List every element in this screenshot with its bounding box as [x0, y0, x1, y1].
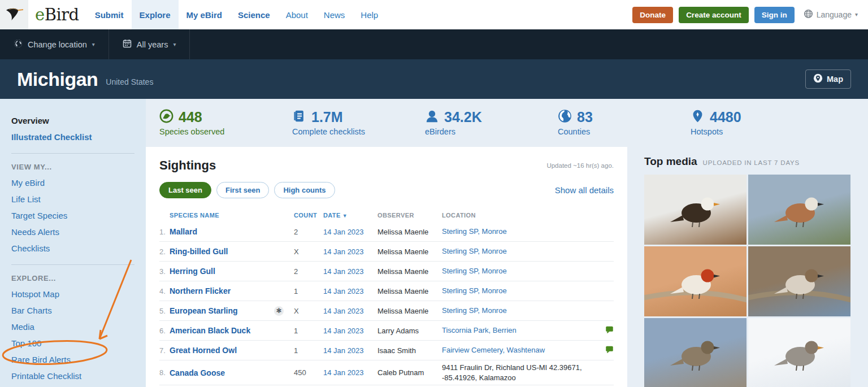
- boreal-chickadee-photo[interactable]: [748, 246, 850, 316]
- nav-item-science[interactable]: Science: [230, 0, 278, 29]
- stat-hotspots: 4480Hotspots: [691, 109, 823, 144]
- page-subtitle: United States: [106, 77, 153, 86]
- date-link[interactable]: 14 Jan 2023: [323, 307, 377, 315]
- sidebar-item-needs-alerts[interactable]: Needs Alerts: [11, 224, 146, 240]
- sidebar-item-target-species[interactable]: Target Species: [11, 207, 146, 224]
- table-row: 5.European Starling✱X14 Jan 2023Melissa …: [159, 301, 614, 321]
- table-row: 2.Ring-billed GullX14 Jan 2023Melissa Ma…: [159, 242, 614, 262]
- stat-value: 83: [577, 109, 593, 125]
- tab-last-seen[interactable]: Last seen: [159, 182, 211, 198]
- hummingbird-icon: [5, 5, 24, 24]
- nav-item-explore[interactable]: Explore: [132, 0, 179, 29]
- stat-label[interactable]: Counties: [558, 127, 691, 136]
- change-location-dropdown[interactable]: Change location ▾: [0, 29, 109, 59]
- sidebar-item-illustrated-checklist[interactable]: Illustrated Checklist: [11, 129, 146, 145]
- sidebar-item-my-ebird[interactable]: My eBird: [11, 175, 146, 191]
- date-link[interactable]: 14 Jan 2023: [323, 327, 377, 335]
- donate-button[interactable]: Donate: [632, 7, 673, 23]
- sidebar-item-media[interactable]: Media: [11, 319, 146, 335]
- date-link[interactable]: 14 Jan 2023: [323, 346, 377, 355]
- location-link[interactable]: Sterling SP, Monroe: [442, 224, 598, 239]
- nav-item-news[interactable]: News: [316, 0, 353, 29]
- stat-label[interactable]: eBirders: [425, 127, 558, 136]
- table-header-row: SPECIES NAMECOUNTDATE▼OBSERVERLOCATION: [159, 208, 614, 222]
- stat-value: 4480: [710, 109, 741, 125]
- chevron-down-icon: ▾: [855, 12, 858, 18]
- date-link[interactable]: 14 Jan 2023: [323, 247, 377, 256]
- language-label: Language: [817, 10, 852, 19]
- table-row: 7.Great Horned Owl114 Jan 2023Isaac Smit…: [159, 341, 614, 360]
- location-link[interactable]: Sterling SP, Monroe: [442, 284, 598, 298]
- filter-bar: Change location ▾ All years ▾: [0, 29, 868, 59]
- sign-in-button[interactable]: Sign in: [754, 7, 795, 23]
- date-link[interactable]: 14 Jan 2023: [323, 228, 377, 236]
- date-link[interactable]: 14 Jan 2023: [323, 368, 377, 377]
- sidebar-item-bar-charts[interactable]: Bar Charts: [11, 302, 146, 319]
- nav-item-about[interactable]: About: [278, 0, 316, 29]
- show-all-details-link[interactable]: Show all details: [555, 185, 614, 195]
- column-header-count[interactable]: COUNT: [289, 212, 323, 219]
- sidebar-item-rare-bird-alerts[interactable]: Rare Bird Alerts: [11, 351, 146, 368]
- sidebar-item-life-list[interactable]: Life List: [11, 191, 146, 207]
- date-range-dropdown[interactable]: All years ▾: [109, 29, 190, 59]
- sightings-table: SPECIES NAMECOUNTDATE▼OBSERVERLOCATION1.…: [159, 208, 614, 385]
- sidebar-item-printable-checklist[interactable]: Printable Checklist: [11, 368, 146, 384]
- chevron-down-icon: ▾: [92, 42, 95, 47]
- date-link[interactable]: 14 Jan 2023: [323, 287, 377, 295]
- sidebar-item-overview[interactable]: Overview: [11, 112, 146, 129]
- tab-high-counts[interactable]: High counts: [274, 182, 335, 198]
- create-account-button[interactable]: Create account: [679, 7, 749, 23]
- species-link-american-black-duck[interactable]: American Black Duck: [170, 326, 250, 335]
- sidebar-heading-view-my: VIEW MY...: [11, 160, 146, 175]
- stat-label[interactable]: Hotspots: [691, 127, 823, 136]
- location-link[interactable]: Sterling SP, Monroe: [442, 244, 598, 259]
- sparrow-on-snow-photo[interactable]: [748, 318, 850, 387]
- observer-name: Melissa Maenle: [377, 267, 442, 276]
- location-link[interactable]: Tiscornia Park, Berrien: [442, 323, 598, 338]
- sidebar-divider: [11, 264, 134, 265]
- observer-name: Melissa Maenle: [377, 228, 442, 236]
- location-link[interactable]: Fairview Cemetery, Washtenaw: [442, 343, 598, 358]
- species-link-canada-goose[interactable]: Canada Goose: [170, 368, 225, 377]
- sidebar-item-hotspot-map[interactable]: Hotspot Map: [11, 286, 146, 302]
- column-header-species-name[interactable]: SPECIES NAME: [159, 212, 289, 219]
- row-number: 1.: [159, 228, 170, 236]
- exotic-species-icon: ✱: [274, 306, 284, 316]
- location-link[interactable]: Sterling SP, Monroe: [442, 303, 598, 318]
- tab-first-seen[interactable]: First seen: [216, 182, 269, 198]
- location-link[interactable]: Sterling SP, Monroe: [442, 264, 598, 279]
- species-link-northern-flicker[interactable]: Northern Flicker: [170, 286, 231, 295]
- nav-item-submit[interactable]: Submit: [87, 0, 132, 29]
- count-value: 1: [289, 287, 323, 295]
- sightings-card: Sightings Updated ~16 hr(s) ago. Last se…: [146, 147, 627, 387]
- column-header-date[interactable]: DATE▼: [323, 212, 377, 219]
- species-link-herring-gull[interactable]: Herring Gull: [170, 267, 215, 276]
- chickadee-branch-photo[interactable]: [748, 175, 850, 245]
- observer-name: Melissa Maenle: [377, 287, 442, 295]
- nav-item-my-ebird[interactable]: My eBird: [179, 0, 230, 29]
- species-link-mallard[interactable]: Mallard: [170, 227, 197, 236]
- stat-label[interactable]: Complete checklists: [292, 127, 425, 136]
- species-link-great-horned-owl[interactable]: Great Horned Owl: [170, 346, 237, 355]
- comment-icon: [605, 345, 614, 356]
- species-link-ring-billed-gull[interactable]: Ring-billed Gull: [170, 247, 228, 256]
- map-button[interactable]: Map: [805, 69, 851, 89]
- nav-item-help[interactable]: Help: [353, 0, 386, 29]
- red-headed-woodpecker-photo[interactable]: [644, 246, 747, 316]
- sidebar-item-checklists[interactable]: Checklists: [11, 240, 146, 256]
- count-value: 2: [289, 228, 323, 236]
- table-row: 3.Herring Gull214 Jan 2023Melissa Maenle…: [159, 262, 614, 281]
- table-row: 8.Canada Goose45014 Jan 2023Caleb Putnam…: [159, 360, 614, 385]
- calendar-icon: [123, 39, 132, 50]
- language-selector[interactable]: Language ▾: [804, 9, 858, 20]
- date-link[interactable]: 14 Jan 2023: [323, 267, 377, 276]
- ebird-wordmark[interactable]: eBird: [35, 5, 79, 24]
- bird-icon: [159, 109, 173, 125]
- species-link-european-starling[interactable]: European Starling: [170, 306, 238, 315]
- stat-label[interactable]: Species observed: [159, 127, 292, 136]
- bald-eagle-photo[interactable]: [644, 175, 747, 245]
- column-header-location: LOCATION: [442, 212, 598, 219]
- sidebar-item-top-100[interactable]: Top 100: [11, 335, 146, 351]
- screech-owl-cavity-photo[interactable]: [644, 318, 747, 387]
- ebird-logo[interactable]: [0, 0, 28, 29]
